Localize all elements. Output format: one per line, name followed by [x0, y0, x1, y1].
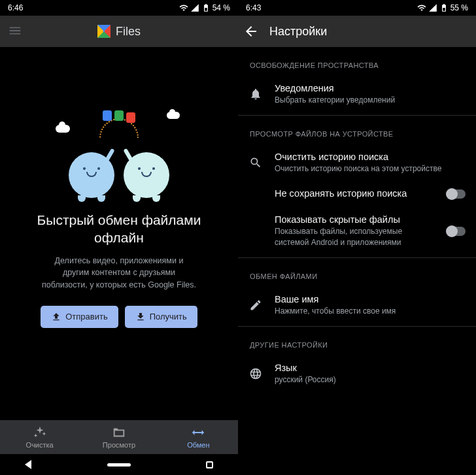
nav-recents-icon[interactable]: [206, 461, 213, 468]
character-blue: [69, 152, 114, 198]
status-bar: 6:46 54 %: [0, 0, 238, 16]
swap-icon: [191, 425, 205, 440]
settings-list: ОСВОБОЖДЕНИЕ ПРОСТРАНСТВА Уведомления Вы…: [238, 47, 476, 475]
show-hidden-toggle[interactable]: [447, 227, 466, 236]
show-hidden-title: Показывать скрытые файлы: [275, 214, 432, 225]
settings-screen: 6:43 55 % Настройки ОСВОБОЖДЕНИЕ ПРОСТРА…: [238, 0, 476, 475]
status-time: 6:43: [246, 3, 261, 12]
clear-history-sub: Очистить историю поиска на этом устройст…: [275, 163, 466, 174]
clear-history-title: Очистить историю поиска: [275, 152, 466, 162]
nav-home-icon[interactable]: [107, 463, 131, 467]
your-name-sub: Нажмите, чтобы ввести свое имя: [275, 306, 466, 316]
row-no-save-history[interactable]: Не сохранять историю поиска: [238, 181, 476, 207]
bottom-tabs: Очистка Просмотр Обмен: [0, 420, 238, 454]
share-body: Быстрый обмен файлами офлайн Делитесь ви…: [0, 47, 238, 420]
system-nav: [0, 454, 238, 475]
divider: [238, 257, 476, 258]
pencil-icon: [249, 299, 262, 312]
download-icon: [135, 312, 146, 322]
send-button[interactable]: Отправить: [41, 306, 118, 328]
doc-icon: [103, 110, 112, 121]
globe-icon: [249, 367, 262, 380]
wifi-icon: [179, 3, 188, 12]
cloud-icon: [167, 112, 180, 119]
tab-clean[interactable]: Очистка: [0, 420, 79, 454]
send-label: Отправить: [65, 312, 107, 321]
status-bar: 6:43 55 %: [238, 0, 476, 16]
section-other-header: ДРУГИЕ НАСТРОЙКИ: [238, 329, 476, 355]
tab-clean-label: Очистка: [26, 441, 54, 449]
status-time: 6:46: [8, 3, 23, 12]
tab-browse[interactable]: Просмотр: [79, 420, 158, 454]
tab-share[interactable]: Обмен: [159, 420, 238, 454]
your-name-title: Ваше имя: [275, 294, 466, 304]
upload-icon: [51, 312, 61, 322]
share-illustration: [50, 106, 188, 205]
signal-icon: [428, 3, 437, 12]
back-icon[interactable]: [243, 24, 259, 39]
row-clear-history[interactable]: Очистить историю поиска Очистить историю…: [238, 144, 476, 181]
share-headline: Быстрый обмен файлами офлайн: [20, 211, 218, 247]
show-hidden-sub: Показывать файлы, используемые системой …: [275, 226, 432, 247]
folder-icon: [112, 425, 126, 440]
wifi-icon: [417, 3, 426, 12]
image-icon: [114, 110, 124, 121]
section-share-header: ОБМЕН ФАЙЛАМИ: [238, 261, 476, 287]
apk-icon: [126, 112, 135, 123]
tab-share-label: Обмен: [187, 441, 209, 449]
settings-title: Настройки: [269, 25, 327, 39]
section-space-header: ОСВОБОЖДЕНИЕ ПРОСТРАНСТВА: [238, 50, 476, 76]
sparkle-icon: [33, 425, 47, 440]
no-save-history-title: Не сохранять историю поиска: [275, 188, 432, 199]
row-language[interactable]: Язык русский (Россия): [238, 355, 476, 392]
divider: [238, 115, 476, 116]
share-subtext: Делитесь видео, приложениями и другим ко…: [41, 255, 197, 291]
battery-icon: [439, 3, 449, 12]
row-your-name[interactable]: Ваше имя Нажмите, чтобы ввести свое имя: [238, 287, 476, 323]
row-notifications[interactable]: Уведомления Выбрать категории уведомлени…: [238, 76, 476, 112]
signal-icon: [190, 3, 199, 12]
cloud-icon: [56, 125, 70, 133]
language-sub: русский (Россия): [275, 374, 466, 385]
settings-appbar: Настройки: [238, 16, 476, 47]
receive-label: Получить: [150, 312, 187, 321]
menu-icon[interactable]: [8, 24, 22, 38]
language-title: Язык: [275, 363, 466, 373]
section-browse-header: ПРОСМОТР ФАЙЛОВ НА УСТРОЙСТВЕ: [238, 118, 476, 144]
bell-icon: [249, 88, 262, 101]
notifications-sub: Выбрать категории уведомлений: [275, 95, 466, 105]
battery-percentage: 54 %: [212, 3, 230, 12]
notifications-title: Уведомления: [275, 83, 466, 93]
app-title: Files: [116, 25, 141, 39]
no-save-history-toggle[interactable]: [447, 189, 466, 199]
battery-icon: [201, 3, 211, 12]
character-teal: [124, 152, 169, 198]
divider: [238, 326, 476, 327]
files-logo-icon: [97, 25, 110, 38]
search-icon: [249, 156, 262, 169]
receive-button[interactable]: Получить: [125, 306, 197, 328]
row-show-hidden[interactable]: Показывать скрытые файлы Показывать файл…: [238, 207, 476, 254]
share-screen: 6:46 54 % Files: [0, 0, 238, 475]
tab-browse-label: Просмотр: [103, 441, 135, 449]
battery-percentage: 55 %: [450, 3, 468, 12]
app-bar: Files: [0, 16, 238, 47]
nav-back-icon[interactable]: [25, 460, 31, 469]
